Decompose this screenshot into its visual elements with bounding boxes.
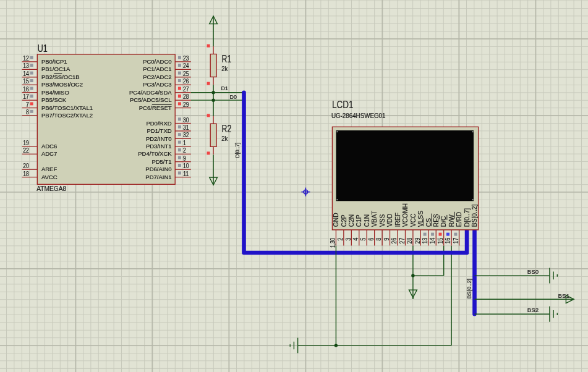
svg-text:VBAT: VBAT xyxy=(371,210,378,227)
svg-text:PB5/SCK: PB5/SCK xyxy=(41,96,67,103)
svg-text:11: 11 xyxy=(183,171,189,177)
svg-text:5: 5 xyxy=(360,238,367,241)
svg-text:26: 26 xyxy=(183,78,189,85)
svg-text:VSS: VSS xyxy=(379,214,386,227)
svg-text:PB3/MOSI/OC2: PB3/MOSI/OC2 xyxy=(41,81,83,88)
svg-text:U1: U1 xyxy=(38,43,48,54)
svg-text:15: 15 xyxy=(437,238,444,244)
svg-text:D1: D1 xyxy=(221,85,228,91)
svg-text:BS[0..2]: BS[0..2] xyxy=(466,279,472,299)
svg-text:C1P: C1P xyxy=(356,214,362,227)
svg-text:29: 29 xyxy=(414,238,421,244)
svg-text:9: 9 xyxy=(183,155,186,162)
svg-text:32: 32 xyxy=(183,132,189,138)
svg-text:PD2/INT0: PD2/INT0 xyxy=(146,135,172,142)
svg-text:BS1: BS1 xyxy=(558,293,570,299)
svg-text:13: 13 xyxy=(23,62,29,69)
svg-text:PC4/ADC4/SDA: PC4/ADC4/SDA xyxy=(129,89,172,96)
svg-text:1: 1 xyxy=(183,140,186,146)
svg-text:PD4/T0/XCK: PD4/T0/XCK xyxy=(138,150,172,157)
svg-text:2: 2 xyxy=(337,238,344,241)
svg-text:CS: CS xyxy=(425,218,432,227)
svg-text:PC2/ADC2: PC2/ADC2 xyxy=(143,74,171,80)
svg-text:PB4/MISO: PB4/MISO xyxy=(41,89,69,96)
svg-text:7: 7 xyxy=(26,101,29,108)
svg-text:2k: 2k xyxy=(221,66,228,72)
svg-text:R/W: R/W xyxy=(448,214,455,227)
svg-text:PC1/ADC1: PC1/ADC1 xyxy=(143,66,171,72)
svg-text:E/RD: E/RD xyxy=(456,212,462,227)
svg-text:PB1/OC1A: PB1/OC1A xyxy=(41,66,70,72)
svg-text:ADC6: ADC6 xyxy=(41,143,57,150)
svg-text:4: 4 xyxy=(352,238,359,241)
svg-text:2: 2 xyxy=(183,147,186,154)
svg-text:PB2/SS/OC1B: PB2/SS/OC1B xyxy=(41,74,80,80)
svg-text:PB0/ICP1: PB0/ICP1 xyxy=(41,58,67,65)
svg-text:PB7/TOSC2/XTAL2: PB7/TOSC2/XTAL2 xyxy=(41,112,93,119)
svg-text:8: 8 xyxy=(26,109,29,116)
svg-text:IREF: IREF xyxy=(394,213,401,227)
svg-text:17: 17 xyxy=(453,238,459,244)
svg-text:PD1/TXD: PD1/TXD xyxy=(147,127,171,134)
svg-text:6: 6 xyxy=(368,238,375,241)
svg-text:19: 19 xyxy=(23,140,29,146)
svg-text:27: 27 xyxy=(183,86,189,93)
svg-text:BS0: BS0 xyxy=(527,269,539,275)
svg-text:8: 8 xyxy=(375,238,382,241)
svg-text:18: 18 xyxy=(23,171,29,177)
svg-text:13: 13 xyxy=(422,238,428,244)
svg-text:VCC: VCC xyxy=(410,213,417,227)
svg-text:C2N: C2N xyxy=(348,214,355,227)
svg-text:PC6/RESET: PC6/RESET xyxy=(139,104,172,111)
svg-text:AVCC: AVCC xyxy=(41,174,58,180)
svg-text:2k: 2k xyxy=(221,135,228,142)
svg-text:15: 15 xyxy=(23,78,29,85)
svg-text:BS[0..2]: BS[0..2] xyxy=(471,205,478,227)
svg-text:28: 28 xyxy=(406,238,413,244)
svg-text:28: 28 xyxy=(183,93,189,100)
svg-text:PD0/RXD: PD0/RXD xyxy=(146,120,171,127)
svg-text:VDD: VDD xyxy=(386,214,393,227)
svg-text:16: 16 xyxy=(23,86,29,93)
svg-text:1,30: 1,30 xyxy=(330,238,336,248)
svg-text:24: 24 xyxy=(183,62,189,69)
svg-text:20: 20 xyxy=(23,163,29,169)
svg-text:26: 26 xyxy=(391,238,398,244)
svg-text:D/C: D/C xyxy=(440,216,447,227)
svg-text:PC3/ADC3: PC3/ADC3 xyxy=(143,81,171,88)
svg-text:22: 22 xyxy=(23,147,29,154)
svg-text:17: 17 xyxy=(23,93,29,100)
svg-text:ADC7: ADC7 xyxy=(41,150,57,157)
svg-text:D[0..7]: D[0..7] xyxy=(464,208,471,227)
svg-text:C2P: C2P xyxy=(341,214,347,227)
svg-text:30: 30 xyxy=(183,117,189,124)
svg-text:LCD1: LCD1 xyxy=(332,99,354,110)
svg-text:PC0/ADC0: PC0/ADC0 xyxy=(143,58,171,65)
svg-text:GND: GND xyxy=(333,213,339,227)
svg-text:BS2: BS2 xyxy=(527,307,539,313)
svg-text:R1: R1 xyxy=(222,53,232,64)
svg-text:PD3/INT1: PD3/INT1 xyxy=(146,143,172,150)
svg-text:D[0..7]: D[0..7] xyxy=(234,143,241,158)
svg-text:12: 12 xyxy=(23,55,29,62)
svg-text:16: 16 xyxy=(445,238,451,244)
svg-text:D0: D0 xyxy=(230,94,237,100)
svg-text:AREF: AREF xyxy=(41,166,58,172)
svg-text:R2: R2 xyxy=(222,123,232,134)
svg-text:27: 27 xyxy=(399,238,406,244)
svg-text:VLSS: VLSS xyxy=(417,211,424,227)
svg-text:PD7/AIN1: PD7/AIN1 xyxy=(145,174,171,180)
svg-text:29: 29 xyxy=(183,101,189,108)
svg-text:3: 3 xyxy=(345,238,352,241)
svg-text:UG-2864HSWEG01: UG-2864HSWEG01 xyxy=(331,112,386,119)
svg-text:10: 10 xyxy=(183,163,189,169)
svg-text:23: 23 xyxy=(183,55,189,62)
svg-text:RES: RES xyxy=(433,214,440,227)
svg-text:14: 14 xyxy=(429,238,436,244)
svg-text:25: 25 xyxy=(183,70,189,77)
svg-text:PD6/AIN0: PD6/AIN0 xyxy=(145,166,171,172)
svg-text:ATMEGA8: ATMEGA8 xyxy=(36,185,66,192)
svg-text:PD5/T1: PD5/T1 xyxy=(151,158,171,165)
svg-text:C1N: C1N xyxy=(364,214,370,227)
svg-text:PB6/TOSC1/XTAL1: PB6/TOSC1/XTAL1 xyxy=(41,104,93,111)
